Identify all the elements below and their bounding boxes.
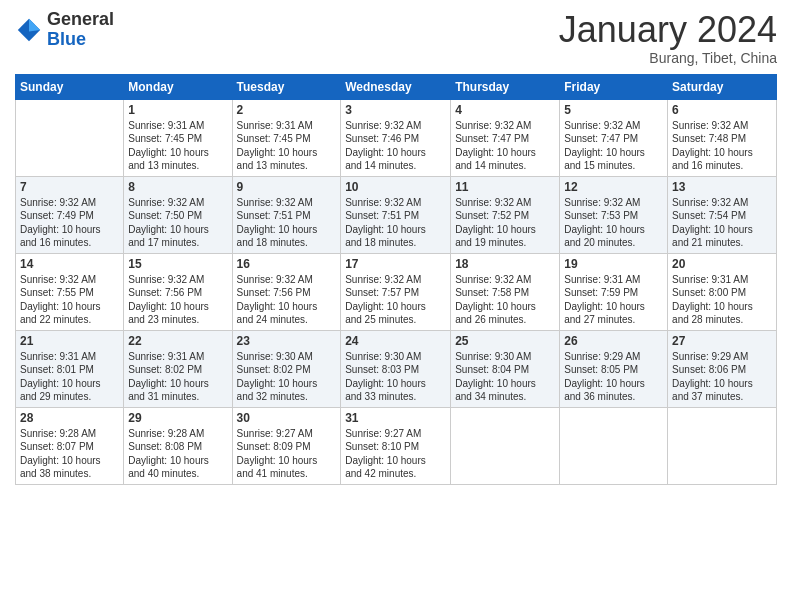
day-detail: Sunrise: 9:32 AM Sunset: 7:52 PM Dayligh… xyxy=(455,196,555,250)
day-detail: Sunrise: 9:28 AM Sunset: 8:07 PM Dayligh… xyxy=(20,427,119,481)
day-number: 28 xyxy=(20,411,119,425)
calendar-week-row: 7Sunrise: 9:32 AM Sunset: 7:49 PM Daylig… xyxy=(16,176,777,253)
weekday-header-wednesday: Wednesday xyxy=(341,74,451,99)
day-number: 1 xyxy=(128,103,227,117)
day-detail: Sunrise: 9:30 AM Sunset: 8:03 PM Dayligh… xyxy=(345,350,446,404)
day-number: 14 xyxy=(20,257,119,271)
day-number: 7 xyxy=(20,180,119,194)
calendar-table: SundayMondayTuesdayWednesdayThursdayFrid… xyxy=(15,74,777,485)
day-detail: Sunrise: 9:32 AM Sunset: 7:56 PM Dayligh… xyxy=(128,273,227,327)
calendar-cell xyxy=(16,99,124,176)
calendar-cell: 16Sunrise: 9:32 AM Sunset: 7:56 PM Dayli… xyxy=(232,253,341,330)
day-number: 13 xyxy=(672,180,772,194)
logo: General Blue xyxy=(15,10,114,50)
day-detail: Sunrise: 9:32 AM Sunset: 7:51 PM Dayligh… xyxy=(237,196,337,250)
day-number: 19 xyxy=(564,257,663,271)
calendar-week-row: 14Sunrise: 9:32 AM Sunset: 7:55 PM Dayli… xyxy=(16,253,777,330)
day-detail: Sunrise: 9:32 AM Sunset: 7:50 PM Dayligh… xyxy=(128,196,227,250)
day-detail: Sunrise: 9:32 AM Sunset: 7:46 PM Dayligh… xyxy=(345,119,446,173)
calendar-cell: 9Sunrise: 9:32 AM Sunset: 7:51 PM Daylig… xyxy=(232,176,341,253)
month-title: January 2024 xyxy=(559,10,777,50)
day-detail: Sunrise: 9:32 AM Sunset: 7:47 PM Dayligh… xyxy=(564,119,663,173)
calendar-cell: 13Sunrise: 9:32 AM Sunset: 7:54 PM Dayli… xyxy=(668,176,777,253)
title-block: January 2024 Burang, Tibet, China xyxy=(559,10,777,66)
day-number: 5 xyxy=(564,103,663,117)
day-detail: Sunrise: 9:32 AM Sunset: 7:57 PM Dayligh… xyxy=(345,273,446,327)
calendar-cell: 27Sunrise: 9:29 AM Sunset: 8:06 PM Dayli… xyxy=(668,330,777,407)
day-detail: Sunrise: 9:27 AM Sunset: 8:09 PM Dayligh… xyxy=(237,427,337,481)
day-detail: Sunrise: 9:32 AM Sunset: 7:49 PM Dayligh… xyxy=(20,196,119,250)
weekday-header-sunday: Sunday xyxy=(16,74,124,99)
weekday-header-friday: Friday xyxy=(560,74,668,99)
calendar-cell: 19Sunrise: 9:31 AM Sunset: 7:59 PM Dayli… xyxy=(560,253,668,330)
day-number: 16 xyxy=(237,257,337,271)
day-detail: Sunrise: 9:30 AM Sunset: 8:04 PM Dayligh… xyxy=(455,350,555,404)
day-number: 29 xyxy=(128,411,227,425)
day-number: 21 xyxy=(20,334,119,348)
day-detail: Sunrise: 9:31 AM Sunset: 7:45 PM Dayligh… xyxy=(128,119,227,173)
calendar-cell: 10Sunrise: 9:32 AM Sunset: 7:51 PM Dayli… xyxy=(341,176,451,253)
day-detail: Sunrise: 9:31 AM Sunset: 8:02 PM Dayligh… xyxy=(128,350,227,404)
calendar-cell: 8Sunrise: 9:32 AM Sunset: 7:50 PM Daylig… xyxy=(124,176,232,253)
day-number: 24 xyxy=(345,334,446,348)
svg-marker-1 xyxy=(29,19,40,32)
day-detail: Sunrise: 9:29 AM Sunset: 8:05 PM Dayligh… xyxy=(564,350,663,404)
day-number: 25 xyxy=(455,334,555,348)
calendar-cell: 12Sunrise: 9:32 AM Sunset: 7:53 PM Dayli… xyxy=(560,176,668,253)
weekday-header-thursday: Thursday xyxy=(451,74,560,99)
calendar-week-row: 1Sunrise: 9:31 AM Sunset: 7:45 PM Daylig… xyxy=(16,99,777,176)
calendar-cell: 3Sunrise: 9:32 AM Sunset: 7:46 PM Daylig… xyxy=(341,99,451,176)
day-number: 22 xyxy=(128,334,227,348)
day-number: 12 xyxy=(564,180,663,194)
day-number: 20 xyxy=(672,257,772,271)
day-number: 11 xyxy=(455,180,555,194)
calendar-cell: 4Sunrise: 9:32 AM Sunset: 7:47 PM Daylig… xyxy=(451,99,560,176)
logo-text: General Blue xyxy=(47,10,114,50)
day-number: 9 xyxy=(237,180,337,194)
day-detail: Sunrise: 9:32 AM Sunset: 7:58 PM Dayligh… xyxy=(455,273,555,327)
day-detail: Sunrise: 9:32 AM Sunset: 7:55 PM Dayligh… xyxy=(20,273,119,327)
day-detail: Sunrise: 9:32 AM Sunset: 7:54 PM Dayligh… xyxy=(672,196,772,250)
weekday-header-tuesday: Tuesday xyxy=(232,74,341,99)
day-number: 18 xyxy=(455,257,555,271)
calendar-cell: 30Sunrise: 9:27 AM Sunset: 8:09 PM Dayli… xyxy=(232,407,341,484)
calendar-week-row: 28Sunrise: 9:28 AM Sunset: 8:07 PM Dayli… xyxy=(16,407,777,484)
calendar-cell: 31Sunrise: 9:27 AM Sunset: 8:10 PM Dayli… xyxy=(341,407,451,484)
day-number: 8 xyxy=(128,180,227,194)
calendar-cell: 25Sunrise: 9:30 AM Sunset: 8:04 PM Dayli… xyxy=(451,330,560,407)
day-number: 3 xyxy=(345,103,446,117)
weekday-header-monday: Monday xyxy=(124,74,232,99)
calendar-cell: 14Sunrise: 9:32 AM Sunset: 7:55 PM Dayli… xyxy=(16,253,124,330)
day-detail: Sunrise: 9:32 AM Sunset: 7:56 PM Dayligh… xyxy=(237,273,337,327)
day-detail: Sunrise: 9:32 AM Sunset: 7:51 PM Dayligh… xyxy=(345,196,446,250)
calendar-cell: 18Sunrise: 9:32 AM Sunset: 7:58 PM Dayli… xyxy=(451,253,560,330)
day-number: 31 xyxy=(345,411,446,425)
calendar-cell xyxy=(560,407,668,484)
day-detail: Sunrise: 9:31 AM Sunset: 8:01 PM Dayligh… xyxy=(20,350,119,404)
page-header: General Blue January 2024 Burang, Tibet,… xyxy=(15,10,777,66)
day-detail: Sunrise: 9:27 AM Sunset: 8:10 PM Dayligh… xyxy=(345,427,446,481)
calendar-cell: 22Sunrise: 9:31 AM Sunset: 8:02 PM Dayli… xyxy=(124,330,232,407)
day-number: 2 xyxy=(237,103,337,117)
day-number: 26 xyxy=(564,334,663,348)
calendar-cell xyxy=(668,407,777,484)
calendar-cell: 1Sunrise: 9:31 AM Sunset: 7:45 PM Daylig… xyxy=(124,99,232,176)
calendar-cell xyxy=(451,407,560,484)
day-detail: Sunrise: 9:28 AM Sunset: 8:08 PM Dayligh… xyxy=(128,427,227,481)
day-number: 4 xyxy=(455,103,555,117)
day-detail: Sunrise: 9:31 AM Sunset: 7:59 PM Dayligh… xyxy=(564,273,663,327)
weekday-header-saturday: Saturday xyxy=(668,74,777,99)
day-number: 23 xyxy=(237,334,337,348)
day-number: 15 xyxy=(128,257,227,271)
day-detail: Sunrise: 9:32 AM Sunset: 7:53 PM Dayligh… xyxy=(564,196,663,250)
day-number: 6 xyxy=(672,103,772,117)
day-number: 27 xyxy=(672,334,772,348)
day-detail: Sunrise: 9:31 AM Sunset: 8:00 PM Dayligh… xyxy=(672,273,772,327)
day-detail: Sunrise: 9:30 AM Sunset: 8:02 PM Dayligh… xyxy=(237,350,337,404)
calendar-cell: 15Sunrise: 9:32 AM Sunset: 7:56 PM Dayli… xyxy=(124,253,232,330)
calendar-cell: 2Sunrise: 9:31 AM Sunset: 7:45 PM Daylig… xyxy=(232,99,341,176)
day-detail: Sunrise: 9:29 AM Sunset: 8:06 PM Dayligh… xyxy=(672,350,772,404)
logo-icon xyxy=(15,16,43,44)
calendar-cell: 5Sunrise: 9:32 AM Sunset: 7:47 PM Daylig… xyxy=(560,99,668,176)
day-number: 30 xyxy=(237,411,337,425)
